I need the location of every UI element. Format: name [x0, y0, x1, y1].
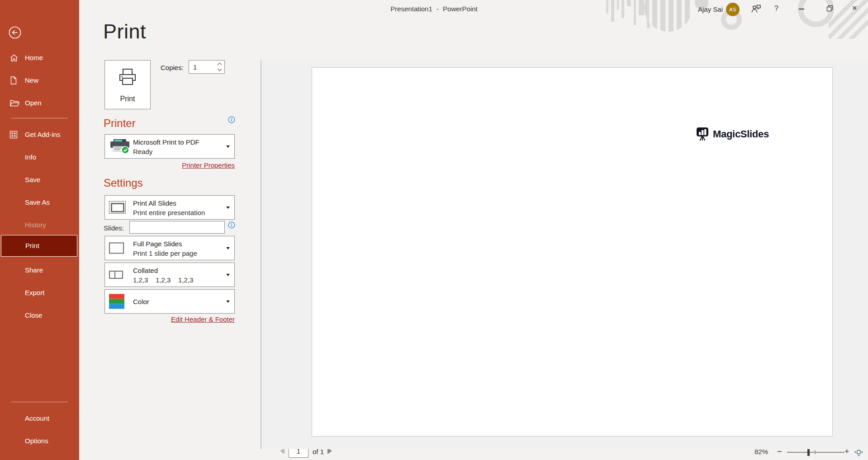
copies-label: Copies:	[161, 64, 184, 71]
sidebar-item-label: Get Add-ins	[25, 131, 60, 138]
page-title: Print	[103, 20, 146, 43]
sidebar-item-history: History	[0, 214, 79, 236]
sidebar-item-label: Print	[25, 242, 39, 249]
printer-section-heading: Printer	[104, 117, 136, 130]
sidebar-item-save[interactable]: Save	[0, 169, 79, 191]
new-document-icon	[9, 76, 18, 85]
open-folder-icon	[9, 99, 19, 107]
sidebar-item-home[interactable]: Home	[0, 47, 79, 69]
sidebar-divider	[11, 118, 68, 118]
sidebar-item-label: History	[25, 221, 46, 229]
printer-info-icon[interactable]	[228, 116, 235, 123]
back-icon[interactable]	[8, 26, 22, 39]
avatar[interactable]: AS	[726, 3, 740, 16]
sidebar-item-print[interactable]: Print	[1, 235, 77, 257]
sidebar-item-share[interactable]: Share	[0, 259, 79, 282]
dropdown-label: Collated	[133, 265, 193, 276]
sidebar-item-label: Close	[25, 311, 42, 319]
sidebar-item-label: Export	[25, 289, 44, 296]
collation-dropdown[interactable]: Collated 1,2,3 1,2,3 1,2,3	[104, 263, 235, 287]
slide-logo: MagicSlides	[696, 127, 769, 141]
chevron-down-icon	[226, 146, 230, 148]
sidebar-item-label: Share	[25, 266, 43, 274]
sidebar-divider	[11, 402, 68, 402]
print-range-dropdown[interactable]: Print All Slides Print entire presentati…	[104, 195, 235, 220]
dropdown-sublabel: Print 1 slide per page	[133, 249, 197, 258]
minimize-button[interactable]	[799, 9, 804, 9]
edit-header-footer-link[interactable]: Edit Header & Footer	[104, 315, 235, 323]
powerpoint-backstage-print: Presentation1 - PowerPoint Ajay Sai AS ?…	[0, 0, 868, 460]
settings-section-heading: Settings	[104, 177, 143, 189]
print-button-label: Print	[105, 95, 150, 103]
chevron-down-icon	[226, 207, 230, 209]
slides-info-icon[interactable]	[228, 221, 235, 229]
sidebar-item-label: Home	[25, 54, 43, 61]
collated-icon	[109, 271, 123, 279]
sidebar-item-label: New	[25, 76, 38, 84]
sidebar-item-options[interactable]: Options	[0, 430, 79, 452]
sidebar-item-get-addins[interactable]: Get Add-ins	[0, 123, 79, 146]
slide-preview	[312, 67, 833, 437]
close-window-button[interactable]: ✕	[852, 4, 858, 12]
dropdown-sublabel: 1,2,3 1,2,3 1,2,3	[133, 276, 193, 285]
pane-divider	[261, 60, 261, 449]
chevron-down-icon	[226, 247, 230, 249]
title-bar: Presentation1 - PowerPoint Ajay Sai AS ?…	[0, 0, 868, 18]
help-icon[interactable]: ?	[774, 5, 778, 13]
dropdown-label: Color	[133, 296, 149, 307]
copies-stepper	[189, 60, 225, 74]
sidebar-item-label: Account	[25, 414, 49, 422]
full-page-slides-icon	[109, 243, 124, 254]
sidebar-item-label: Options	[25, 437, 48, 445]
printer-device-icon	[109, 139, 131, 154]
sidebar-item-info[interactable]: Info	[0, 146, 79, 169]
chevron-down-icon	[226, 274, 230, 276]
backstage-sidebar: Home New Open Get Add-ins	[0, 0, 79, 460]
feedback-icon[interactable]	[751, 4, 761, 14]
sidebar-item-save-as[interactable]: Save As	[0, 191, 79, 214]
sidebar-item-export[interactable]: Export	[0, 282, 79, 304]
sidebar-item-label: Info	[25, 153, 36, 161]
dropdown-label: Print All Slides	[133, 198, 205, 208]
printer-properties-link[interactable]: Printer Properties	[104, 161, 235, 169]
slide-logo-text: MagicSlides	[713, 128, 769, 140]
zoom-slider-center-tick	[815, 450, 816, 454]
printer-dropdown[interactable]: Microsoft Print to PDF Ready	[104, 134, 235, 159]
user-name[interactable]: Ajay Sai	[698, 5, 723, 13]
sidebar-item-label: Save	[25, 176, 40, 183]
sidebar-item-account[interactable]: Account	[0, 407, 79, 430]
magicslides-logo-icon	[696, 127, 709, 141]
stepper-down-icon[interactable]	[218, 67, 222, 71]
printer-icon	[117, 68, 138, 88]
zoom-slider-thumb[interactable]	[807, 448, 810, 456]
printer-status: Ready	[133, 147, 199, 156]
color-mode-icon	[109, 294, 124, 309]
restore-window-button[interactable]	[826, 5, 833, 12]
add-ins-grid-icon	[9, 131, 18, 139]
sidebar-item-new[interactable]: New	[0, 69, 79, 92]
zoom-slider-track[interactable]	[787, 452, 844, 453]
slides-label: Slides:	[104, 224, 124, 232]
home-icon	[9, 53, 19, 62]
slides-range-input[interactable]	[129, 221, 225, 234]
dropdown-label: Full Page Slides	[133, 239, 197, 249]
copies-input[interactable]	[189, 61, 215, 73]
sidebar-item-close[interactable]: Close	[0, 304, 79, 327]
sidebar-item-label: Save As	[25, 198, 50, 206]
print-button[interactable]: Print	[104, 60, 151, 109]
print-layout-dropdown[interactable]: Full Page Slides Print 1 slide per page	[104, 236, 235, 260]
chevron-down-icon	[226, 300, 230, 303]
color-mode-dropdown[interactable]: Color	[104, 289, 235, 314]
sidebar-item-open[interactable]: Open	[0, 92, 79, 114]
printer-name: Microsoft Print to PDF	[133, 137, 199, 147]
sidebar-item-label: Open	[25, 99, 42, 107]
print-all-slides-icon	[109, 201, 126, 214]
dropdown-sublabel: Print entire presentation	[133, 208, 205, 217]
